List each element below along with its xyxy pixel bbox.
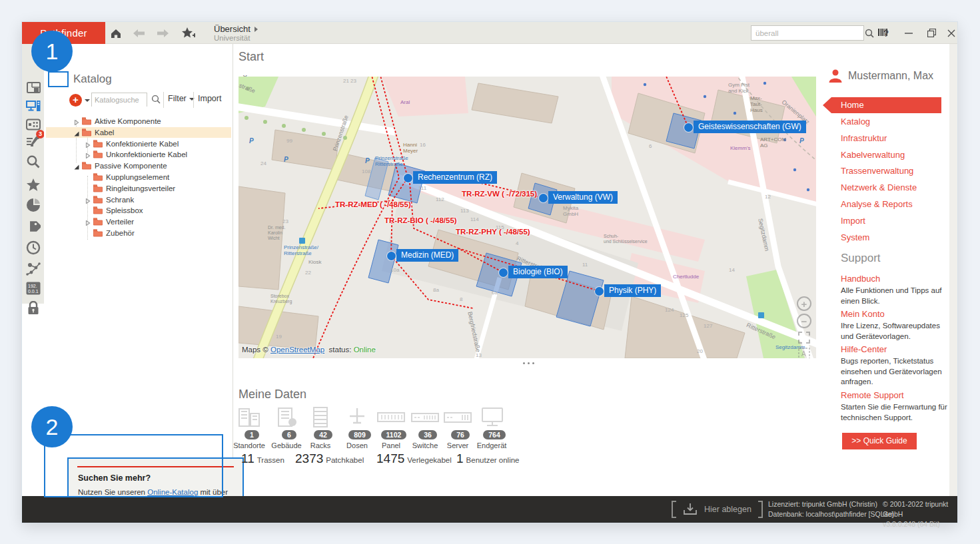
building-marker-dot[interactable] [539,194,548,202]
building-label[interactable]: Verwaltung (VW) [548,191,618,204]
piechart-icon[interactable] [25,197,41,213]
tree-item[interactable]: Unkonfektionierte Kabel [46,149,231,160]
menu-item-home[interactable]: Home [823,97,941,113]
online-katalog-link[interactable]: Online-Katalog [147,488,198,496]
tree-item[interactable]: Schrank [46,194,231,205]
back-icon[interactable] [132,26,147,41]
tree-item[interactable]: Konfektionierte Kabel [46,138,231,149]
menu-item-trassenverwaltung[interactable]: Trassenverwaltung [841,166,913,176]
building-label[interactable]: Medizin (MED) [396,249,458,262]
support-title: Support [841,252,881,265]
zoom-out-button[interactable]: − [797,314,811,328]
lock-icon[interactable] [25,300,41,316]
building-label[interactable]: Physik (PHY) [604,284,661,297]
devices-icon[interactable] [25,99,41,115]
tree-item[interactable]: Kabel [46,127,231,138]
minimize-button[interactable] [900,25,917,41]
openstreetmap-link[interactable]: OpenStreetMap [270,346,324,354]
menu-item-analyse-reports[interactable]: Analyse & Reports [841,199,913,209]
history-icon[interactable] [25,240,41,256]
fullscreen-button[interactable] [797,331,811,344]
support-link-title[interactable]: Mein Konto [841,309,947,319]
panel-splitter[interactable] [518,360,538,366]
route-label[interactable]: TR-RZ-VW ( -/72/315) [462,190,537,198]
collapse-icon[interactable] [74,130,79,135]
filter-button[interactable]: Filter [168,94,195,103]
building-marker-dot[interactable] [684,123,693,132]
expand-icon[interactable] [85,141,91,146]
drop-label: Hier ablegen [704,505,751,514]
map-canvas[interactable]: PPPP PrinzenstraßeRitterstraßeRitterstra… [239,77,816,358]
catalog-search-icon[interactable] [149,92,163,107]
catalog-search[interactable] [91,93,147,107]
favorites-icon[interactable] [25,176,41,192]
expand-icon[interactable] [74,119,79,124]
search-icon[interactable] [862,28,877,39]
expand-icon[interactable] [85,219,91,224]
menu-item-system[interactable]: System [841,232,869,242]
tree-item[interactable]: Passive Komponente [46,160,231,171]
route-label[interactable]: TR-RZ-BIO ( -/48/55) [384,216,457,224]
tag-icon[interactable] [25,218,41,234]
support-link-title[interactable]: Handbuch [841,274,947,284]
tree-item[interactable]: Zubehör [46,228,231,238]
rack-icon [300,406,340,428]
breadcrumb-primary[interactable]: Übersicht [214,24,250,34]
global-search-input[interactable] [751,29,862,37]
ip-icon[interactable]: 192.0.0.1 [25,280,41,296]
map-text: Kiosk [308,259,322,265]
total-value: 11 [241,451,254,465]
menu-item-kabelverwaltung[interactable]: Kabelverwaltung [841,150,905,160]
building-label[interactable]: Geisteswissenschaften (GW) [694,121,806,133]
add-button[interactable]: + [69,94,82,107]
tree-item[interactable]: Ringleitungsverteiler [46,183,231,194]
import-button[interactable]: Import [198,94,221,103]
support-link-title[interactable]: Hilfe-Center [841,344,947,354]
tools-icon[interactable]: 3 [25,133,41,149]
floorplan-icon[interactable] [25,80,41,96]
building-label[interactable]: Biologie (BIO) [508,266,568,278]
menu-item-infrastruktur[interactable]: Infrastruktur [841,133,887,143]
home-icon[interactable] [109,26,123,41]
map-text: Prinzenstraße Ritterstraße [375,155,408,167]
topology-icon[interactable] [25,260,41,276]
select-area-button[interactable]: A [797,347,811,358]
location-icon [229,406,269,428]
tree-spacer [85,230,91,236]
tree-item[interactable]: Aktive Komponente [46,116,231,127]
add-favorite-icon[interactable] [181,26,195,41]
route-label[interactable]: TR-RZ-PHY ( -/48/55) [456,228,530,236]
route-label[interactable]: TR-RZ-MED ( -/48/55) [335,200,411,208]
user-info[interactable]: Mustermann, Max [828,69,933,83]
catalog-search-input[interactable] [92,94,147,107]
user-icon [828,69,843,83]
help-button[interactable]: ? [877,25,895,41]
add-dropdown-icon[interactable] [85,99,90,102]
global-search[interactable] [751,25,864,41]
catalog-title: Katalog [73,73,112,86]
expand-icon[interactable] [85,197,91,202]
building-marker-dot[interactable] [404,174,412,182]
breadcrumb[interactable]: Übersicht [214,24,258,34]
collapse-icon[interactable] [74,163,79,168]
forward-icon[interactable] [155,26,170,41]
total-label: Trassen [257,456,284,464]
menu-item-import[interactable]: Import [841,216,865,226]
restore-button[interactable] [923,25,940,41]
zoom-in-button[interactable]: + [797,296,811,311]
quick-guide-button[interactable]: >> Quick Guide [842,433,917,449]
expand-icon[interactable] [85,152,91,157]
tree-item[interactable]: Kupplungselement [46,172,231,182]
building-label[interactable]: Rechenzentrum (RZ) [413,171,497,184]
search-icon[interactable] [25,154,41,170]
map-text: Gym Fist and Kick [728,82,749,94]
building-marker-dot[interactable] [499,268,508,277]
tree-item[interactable]: Spleissbox [46,205,231,216]
building-marker-dot[interactable] [387,252,396,260]
close-window-button[interactable] [943,25,960,41]
tree-item[interactable]: Verteiler [46,216,231,227]
building-marker-dot[interactable] [595,287,604,296]
support-link-title[interactable]: Remote Support [841,390,947,400]
menu-item-katalog[interactable]: Katalog [841,117,870,127]
menu-item-netzwerk-dienste[interactable]: Netzwerk & Dienste [841,182,917,192]
